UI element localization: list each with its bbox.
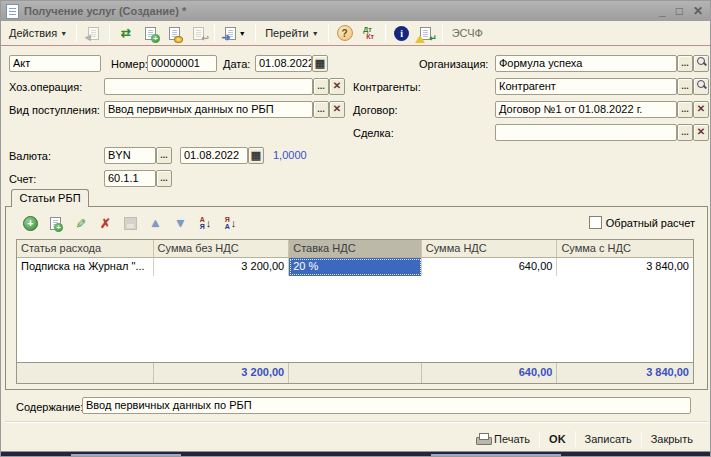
organization-select-button[interactable]: ... bbox=[677, 55, 693, 72]
table-empty-area[interactable] bbox=[17, 276, 693, 362]
header-vat-sum[interactable]: Сумма НДС bbox=[422, 240, 558, 258]
header-expense-item[interactable]: Статья расхода bbox=[17, 240, 154, 258]
tab-rbp-items[interactable]: Статьи РБП bbox=[11, 189, 89, 207]
info-icon: i bbox=[394, 26, 409, 41]
coin-icon bbox=[174, 36, 183, 43]
currency-input[interactable]: BYN bbox=[104, 147, 156, 164]
create-based-on-button[interactable]: ➜ ▼ bbox=[220, 23, 250, 43]
chevron-down-icon: ▼ bbox=[239, 30, 246, 37]
eschf-menu-button[interactable]: ЭСЧФ bbox=[448, 25, 487, 41]
header-vat-rate[interactable]: Ставка НДС bbox=[289, 240, 422, 258]
currency-rate-value: 1,0000 bbox=[273, 147, 307, 163]
account-input[interactable]: 60.1.1 bbox=[104, 170, 156, 187]
reverse-calc-option: Обратный расчет bbox=[589, 216, 695, 229]
window-title: Получение услуг (Создание) * bbox=[24, 5, 659, 17]
down-arrow: ↓ bbox=[231, 217, 237, 229]
receipt-kind-clear-button[interactable]: ✕ bbox=[329, 101, 345, 118]
help-button[interactable]: ? bbox=[334, 23, 356, 43]
clear-icon: ✕ bbox=[333, 103, 341, 114]
post-document-button[interactable] bbox=[163, 23, 185, 43]
clear-icon: ✕ bbox=[697, 103, 705, 114]
save-disk-icon bbox=[124, 217, 137, 230]
close-form-button[interactable]: Закрыть bbox=[642, 429, 702, 449]
maximize-button[interactable]: □ bbox=[676, 5, 683, 17]
delete-row-button[interactable]: ✗ bbox=[97, 215, 114, 232]
deal-select-button[interactable]: ... bbox=[677, 124, 693, 141]
letter-a: А bbox=[225, 223, 230, 230]
toolbar-separator bbox=[385, 24, 386, 42]
sort-desc-icon: Я А bbox=[225, 216, 230, 230]
eschf-arrow-icon: ↵ bbox=[429, 34, 437, 43]
goto-menu-button[interactable]: Перейти ▼ bbox=[261, 25, 323, 41]
number-input[interactable]: 00000001 bbox=[147, 55, 217, 72]
calendar-icon: ▦ bbox=[315, 57, 325, 69]
edit-row-button[interactable]: ✎ bbox=[72, 215, 89, 232]
account-label: Счет: bbox=[9, 171, 36, 187]
hoz-operation-label: Хоз.операция: bbox=[9, 79, 82, 95]
cell-expense-item[interactable]: Подписка на Журнал "... bbox=[17, 258, 154, 276]
minimize-button[interactable]: _ bbox=[659, 5, 666, 17]
info-button[interactable]: i bbox=[391, 23, 413, 43]
hoz-operation-select-button[interactable]: ... bbox=[313, 78, 329, 95]
contragent-open-button[interactable] bbox=[693, 78, 709, 95]
contragent-select-button[interactable]: ... bbox=[677, 78, 693, 95]
currency-label: Валюта: bbox=[9, 148, 51, 164]
refresh-button[interactable]: ⇄ bbox=[115, 23, 137, 43]
contract-select-button[interactable]: ... bbox=[677, 101, 693, 118]
add-row-button[interactable]: + bbox=[22, 215, 39, 232]
dtkt-button[interactable]: Дт Кт bbox=[358, 23, 380, 43]
toolbar-separator bbox=[255, 24, 256, 42]
dt-label: Дт bbox=[363, 26, 371, 33]
table-totals-row: 3 200,00 640,00 3 840,00 bbox=[17, 362, 693, 383]
toolbar-separator bbox=[442, 24, 443, 42]
deal-clear-button[interactable]: ✕ bbox=[693, 124, 709, 141]
grid-toolbar: + + ✎ ✗ ▲ ▼ А Я ↓ Я А ↓ bbox=[22, 214, 239, 232]
reverse-calc-checkbox[interactable] bbox=[589, 216, 602, 229]
date-calendar-button[interactable]: ▦ bbox=[312, 55, 328, 72]
header-sum-no-vat[interactable]: Сумма без НДС bbox=[154, 240, 290, 258]
cell-vat-sum[interactable]: 640,00 bbox=[422, 258, 558, 276]
content-input[interactable]: Ввод первичных данных по РБП bbox=[82, 397, 691, 414]
contract-input[interactable]: Договор №1 от 01.08.2022 г. bbox=[495, 101, 677, 118]
currency-select-button[interactable]: ... bbox=[156, 147, 172, 164]
refresh-icon: ⇄ bbox=[121, 26, 131, 40]
clear-icon: ✕ bbox=[697, 126, 705, 137]
close-button[interactable]: ✕ bbox=[693, 5, 703, 17]
copy-document-button[interactable]: + bbox=[139, 23, 161, 43]
dtkt-icon: Дт Кт bbox=[363, 26, 374, 40]
organization-open-button[interactable] bbox=[693, 55, 709, 72]
doc-type-input[interactable]: Акт bbox=[9, 55, 101, 72]
hoz-operation-input[interactable] bbox=[104, 78, 313, 95]
receipt-kind-select-button[interactable]: ... bbox=[313, 101, 329, 118]
cell-sum-no-vat[interactable]: 3 200,00 bbox=[154, 258, 290, 276]
receipt-kind-input[interactable]: Ввод первичных данных по РБП bbox=[104, 101, 313, 118]
hoz-operation-clear-button[interactable]: ✕ bbox=[329, 78, 345, 95]
cell-vat-rate-selected[interactable]: 20 % bbox=[289, 258, 422, 276]
cell-sum-with-vat[interactable]: 3 840,00 bbox=[557, 258, 693, 276]
move-down-button[interactable]: ▼ bbox=[172, 215, 189, 232]
save-button[interactable]: Записать bbox=[576, 429, 641, 449]
currency-date-input[interactable]: 01.08.2022 bbox=[180, 147, 248, 164]
toolbar-separator bbox=[328, 24, 329, 42]
letter-a: А bbox=[200, 216, 205, 223]
copy-row-button[interactable]: + bbox=[47, 215, 64, 232]
contragent-input[interactable]: Контрагент bbox=[495, 78, 677, 95]
contract-clear-button[interactable]: ✕ bbox=[693, 101, 709, 118]
date-input[interactable]: 01.08.2022 bbox=[255, 55, 312, 72]
deal-input[interactable] bbox=[495, 124, 677, 141]
rbp-tab-panel: + + ✎ ✗ ▲ ▼ А Я ↓ Я А ↓ Обратный расч bbox=[5, 206, 708, 390]
number-label: Номер: bbox=[111, 56, 148, 72]
eschf-create-button[interactable]: ↵ bbox=[415, 23, 437, 43]
organization-input[interactable]: Формула успеха bbox=[495, 55, 677, 72]
letter-ya: Я bbox=[200, 223, 205, 230]
sort-descending-button[interactable]: Я А ↓ bbox=[222, 215, 239, 232]
currency-date-calendar-button[interactable]: ▦ bbox=[248, 147, 264, 164]
account-select-button[interactable]: ... bbox=[156, 170, 172, 187]
header-sum-with-vat[interactable]: Сумма с НДС bbox=[557, 240, 693, 258]
goto-label: Перейти bbox=[265, 27, 309, 39]
print-button[interactable]: Печать bbox=[467, 429, 539, 449]
sort-ascending-button[interactable]: А Я ↓ bbox=[197, 215, 214, 232]
move-up-button[interactable]: ▲ bbox=[147, 215, 164, 232]
actions-menu-button[interactable]: Действия ▼ bbox=[5, 25, 71, 41]
ok-button[interactable]: OK bbox=[540, 429, 575, 449]
